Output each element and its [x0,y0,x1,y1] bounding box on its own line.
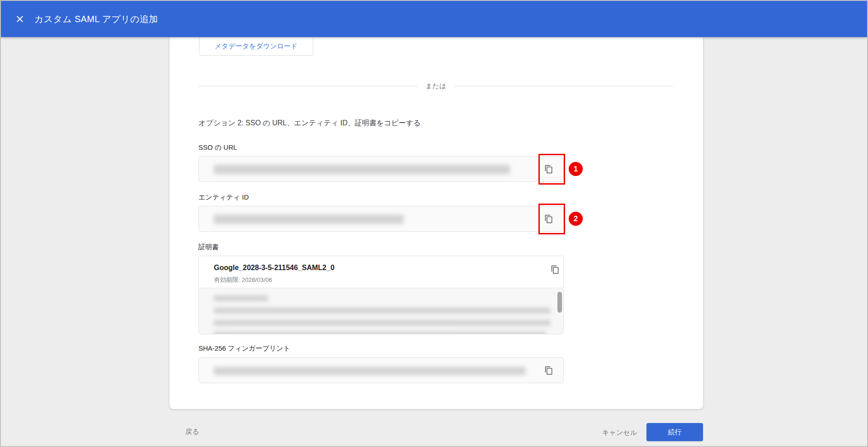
sso-url-copy-icon[interactable] [540,160,558,178]
sha256-label: SHA-256 フィンガープリント [198,344,290,353]
certificate-scrollbar[interactable] [557,292,562,313]
divider-line [454,86,673,86]
or-divider: または [198,81,673,90]
annotation-badge-2: 2 [569,212,583,226]
continue-button[interactable]: 続行 [646,423,703,441]
saml-app-dialog: カスタム SAML アプリの追加 メタデータをダウンロード または オプション … [0,0,868,447]
certificate-copy-icon[interactable] [546,261,564,279]
certificate-label: 証明書 [198,243,219,252]
certificate-redacted-line [214,308,551,314]
sso-url-field[interactable] [198,156,564,182]
sha256-redacted-value [214,367,526,375]
option2-heading: オプション 2: SSO の URL、エンティティ ID、証明書をコピーする [198,119,421,128]
certificate-expiry: 有効期限: 2028/03/06 [214,276,272,284]
certificate-card: Google_2028-3-5-211546_SAML2_0 有効期限: 202… [198,256,564,334]
dialog-header: カスタム SAML アプリの追加 [1,1,867,37]
cancel-button[interactable]: キャンセル [602,428,637,437]
entity-id-label: エンティティ ID [198,193,249,202]
divider-line [198,86,417,86]
certificate-name: Google_2028-3-5-211546_SAML2_0 [214,264,335,272]
certificate-redacted-line [214,332,546,334]
certificate-redacted-line [214,320,551,326]
certificate-redacted-line [214,295,268,301]
download-metadata-button[interactable]: メタデータをダウンロード [199,37,313,56]
entity-id-copy-icon[interactable] [540,210,558,228]
back-button[interactable]: 戻る [185,428,199,436]
dialog-title: カスタム SAML アプリの追加 [34,13,158,25]
divider-label: または [417,82,454,90]
close-icon[interactable] [14,13,26,25]
sso-url-redacted-value [214,165,510,174]
sso-url-label: SSO の URL [198,143,237,152]
entity-id-field[interactable] [198,206,564,232]
sha256-copy-icon[interactable] [540,361,558,380]
certificate-body[interactable] [199,288,563,334]
sha256-field[interactable] [198,357,564,383]
entity-id-redacted-value [214,214,404,224]
content-panel: メタデータをダウンロード または オプション 2: SSO の URL、エンティ… [170,37,703,409]
annotation-badge-1: 1 [569,162,583,176]
